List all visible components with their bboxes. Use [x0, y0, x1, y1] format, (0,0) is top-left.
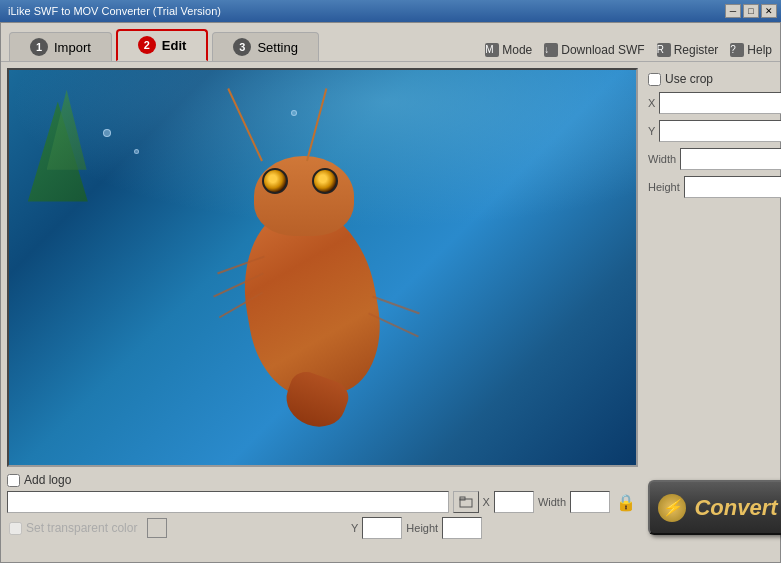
bubble	[291, 110, 297, 116]
content-area: Add logo X 0 Width 0	[1, 62, 780, 545]
add-logo-checkbox[interactable]	[7, 474, 20, 487]
crop-width-label: Width	[648, 153, 676, 165]
browse-button[interactable]	[453, 491, 479, 513]
tab-import[interactable]: 1 Import	[9, 32, 112, 61]
crop-y-input[interactable]: 0	[659, 120, 781, 142]
help-button[interactable]: ? Help	[730, 43, 772, 57]
crop-x-row: X 0	[648, 92, 770, 114]
tab-setting-label: Setting	[257, 40, 297, 55]
tab-setting-num: 3	[233, 38, 251, 56]
video-preview	[7, 68, 638, 467]
crop-width-row: Width 600	[648, 148, 770, 170]
creature-head	[254, 156, 354, 236]
logo-y-row: Set transparent color Y 0 Height 0	[7, 517, 638, 539]
use-crop-label: Use crop	[665, 72, 713, 86]
mode-button[interactable]: M Mode	[485, 43, 532, 57]
creature-container	[166, 126, 446, 426]
crop-width-input[interactable]: 600	[680, 148, 781, 170]
window-controls: ─ □ ✕	[725, 4, 777, 18]
logo-x-label: X	[483, 496, 490, 508]
crop-height-input[interactable]: 256	[684, 176, 781, 198]
mode-icon: M	[485, 43, 499, 57]
transparent-label[interactable]: Set transparent color	[7, 518, 317, 538]
convert-icon: ⚡	[658, 494, 686, 522]
logo-file-input[interactable]	[7, 491, 449, 513]
logo-y-label: Y	[351, 522, 358, 534]
logo-row: Add logo	[7, 473, 638, 487]
close-button[interactable]: ✕	[761, 4, 777, 18]
register-icon: R	[657, 43, 671, 57]
convert-button[interactable]: ⚡ Convert	[648, 480, 781, 535]
tab-import-num: 1	[30, 38, 48, 56]
download-icon: ↓	[544, 43, 558, 57]
add-logo-label[interactable]: Add logo	[7, 473, 71, 487]
toolbar-right: M Mode ↓ Download SWF R Register ? Help	[485, 43, 772, 61]
crop-x-input[interactable]: 0	[659, 92, 781, 114]
lock-icon: 🔒	[616, 493, 636, 512]
tab-edit-label: Edit	[162, 38, 187, 53]
main-window: 1 Import 2 Edit 3 Setting M Mode ↓ Downl…	[0, 22, 781, 563]
download-label: Download SWF	[561, 43, 644, 57]
crop-y-label: Y	[648, 125, 655, 137]
register-button[interactable]: R Register	[657, 43, 719, 57]
window-title: iLike SWF to MOV Converter (Trial Versio…	[8, 5, 221, 17]
add-logo-text: Add logo	[24, 473, 71, 487]
maximize-button[interactable]: □	[743, 4, 759, 18]
title-bar: iLike SWF to MOV Converter (Trial Versio…	[0, 0, 781, 22]
minimize-button[interactable]: ─	[725, 4, 741, 18]
convert-label: Convert	[694, 495, 777, 521]
logo-width-label: Width	[538, 496, 566, 508]
right-panel: Use crop X 0 Y 0 Width 600 Height 256	[644, 68, 774, 539]
logo-height-input[interactable]: 0	[442, 517, 482, 539]
browse-icon	[459, 496, 473, 508]
crop-height-label: Height	[648, 181, 680, 193]
color-swatch[interactable]	[147, 518, 167, 538]
transparent-text: Set transparent color	[26, 521, 137, 535]
tab-edit[interactable]: 2 Edit	[116, 29, 209, 61]
logo-x-input[interactable]: 0	[494, 491, 534, 513]
tab-edit-num: 2	[138, 36, 156, 54]
use-crop-row: Use crop	[648, 72, 713, 86]
tab-setting[interactable]: 3 Setting	[212, 32, 318, 61]
logo-width-input[interactable]: 0	[570, 491, 610, 513]
register-label: Register	[674, 43, 719, 57]
lock-container: 🔒	[614, 493, 638, 512]
logo-file-row: X 0 Width 0 🔒	[7, 491, 638, 513]
left-panel: Add logo X 0 Width 0	[7, 68, 638, 539]
leg-right-2	[372, 295, 420, 314]
crop-y-row: Y 0	[648, 120, 770, 142]
creature-eye-left	[262, 168, 288, 194]
tab-import-label: Import	[54, 40, 91, 55]
bottom-controls: Add logo X 0 Width 0	[7, 473, 638, 539]
creature-eye-right	[312, 168, 338, 194]
tab-bar: 1 Import 2 Edit 3 Setting M Mode ↓ Downl…	[1, 23, 780, 62]
video-background	[9, 70, 636, 465]
crop-height-row: Height 256	[648, 176, 770, 198]
use-crop-checkbox[interactable]	[648, 73, 661, 86]
help-label: Help	[747, 43, 772, 57]
crop-x-label: X	[648, 97, 655, 109]
logo-height-label: Height	[406, 522, 438, 534]
mode-label: Mode	[502, 43, 532, 57]
logo-y-input[interactable]: 0	[362, 517, 402, 539]
help-icon: ?	[730, 43, 744, 57]
download-button[interactable]: ↓ Download SWF	[544, 43, 644, 57]
tabs: 1 Import 2 Edit 3 Setting	[9, 29, 319, 61]
transparent-checkbox[interactable]	[9, 522, 22, 535]
